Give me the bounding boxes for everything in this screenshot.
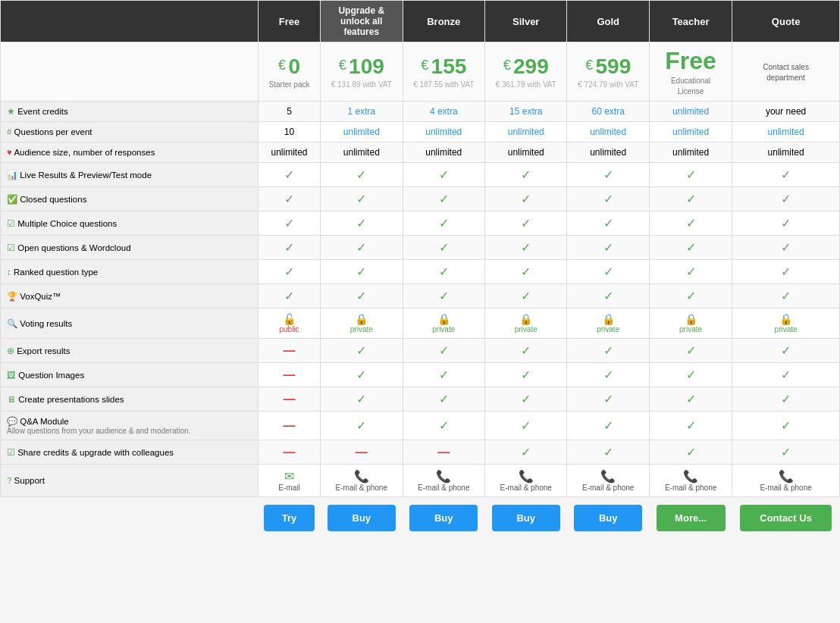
val-aud-gold: unlimited [567,142,649,163]
val-vr-silver: 🔒 private [485,308,567,339]
val-support-gold: 📞 E-mail & phone [567,465,649,497]
btn-cell-bronze: Buy [403,497,484,540]
price-silver: € 299 € 361.79 with VAT [485,42,567,102]
val-credits-upgrade: 1 extra [321,102,403,122]
val-lr-upgrade: ✓ [321,163,403,187]
col-header-upgrade: Upgrade &unlock allfeatures [321,1,403,42]
row-multiple-choice: ☑ Multiple Choice questions ✓ ✓ ✓ ✓ ✓ ✓ … [1,211,840,236]
col-header-teacher: Teacher [649,1,732,42]
val-aud-quote: unlimited [732,142,840,163]
btn-cell-upgrade: Buy [321,497,403,540]
feature-header [1,1,259,42]
val-support-silver: 📞 E-mail & phone [485,465,567,497]
price-feature-cell [1,42,259,102]
val-aud-teacher: unlimited [649,142,732,163]
val-qpe-teacher: unlimited [649,122,732,142]
feature-qa-module: 💬 Q&A Module Allow questions from your a… [1,412,259,440]
btn-cell-free: Try [259,497,321,540]
feature-open-questions: ☑ Open questions & Wordcloud [1,236,259,260]
val-qpe-bronze: unlimited [403,122,484,142]
feature-voxquiz: 🏆 VoxQuiz™ [1,284,259,308]
row-qa-module: 💬 Q&A Module Allow questions from your a… [1,412,840,440]
price-bronze: € 155 € 187.55 with VAT [403,42,484,102]
row-voting-results: 🔍 Voting results 🔓 public 🔒 private 🔒 pr… [1,308,840,339]
feature-closed-questions: ✅ Closed questions [1,187,259,211]
val-credits-gold: 60 extra [567,102,649,122]
col-header-quote: Quote [732,1,840,42]
pricing-table-container: Free Upgrade &unlock allfeatures Bronze … [0,0,840,539]
row-live-results: 📊 Live Results & Preview/Test mode ✓ ✓ ✓… [1,163,840,187]
price-teacher: Free EducationalLicense [649,42,732,102]
row-ranked-question: ↕ Ranked question type ✓ ✓ ✓ ✓ ✓ ✓ ✓ [1,260,840,284]
row-question-images: 🖼 Question Images — ✓ ✓ ✓ ✓ ✓ ✓ [1,363,840,387]
val-vr-gold: 🔒 private [567,308,649,339]
row-presentations: 🖥 Create presentations slides — ✓ ✓ ✓ ✓ … [1,387,840,412]
val-qpe-quote: unlimited [732,122,840,142]
row-event-credits: ★ Event credits 5 1 extra 4 extra 15 ext… [1,102,840,122]
row-closed-questions: ✅ Closed questions ✓ ✓ ✓ ✓ ✓ ✓ ✓ [1,187,840,211]
val-lr-gold: ✓ [567,163,649,187]
row-open-questions: ☑ Open questions & Wordcloud ✓ ✓ ✓ ✓ ✓ ✓… [1,236,840,260]
val-vr-bronze: 🔒 private [403,308,484,339]
val-aud-upgrade: unlimited [321,142,403,163]
price-gold: € 599 € 724.79 with VAT [567,42,649,102]
feature-support: ? Support [1,465,259,497]
val-credits-free: 5 [259,102,321,122]
val-credits-teacher: unlimited [649,102,732,122]
val-lr-bronze: ✓ [403,163,484,187]
more-button[interactable]: More... [657,505,726,531]
price-free: € 0 Starter pack [259,42,321,102]
feature-question-images: 🖼 Question Images [1,363,259,387]
feature-export-results: ⊕ Export results [1,339,259,363]
val-qpe-free: 10 [259,122,321,142]
col-header-free: Free [259,1,321,42]
row-support: ? Support ✉ E-mail 📞 E-mail & phone 📞 E-… [1,465,840,497]
try-button[interactable]: Try [264,505,315,531]
val-aud-bronze: unlimited [403,142,484,163]
row-questions-per-event: # Questions per event 10 unlimited unlim… [1,122,840,142]
col-header-silver: Silver [485,1,567,42]
val-support-teacher: 📞 E-mail & phone [649,465,732,497]
buy-button-upgrade[interactable]: Buy [328,505,396,531]
price-quote: Contact salesdepartment [732,42,840,102]
price-row: € 0 Starter pack € 109 € 131.89 with VAT… [1,42,840,102]
val-aud-free: unlimited [259,142,321,163]
val-qpe-upgrade: unlimited [321,122,403,142]
header-row: Free Upgrade &unlock allfeatures Bronze … [1,1,840,42]
val-credits-silver: 15 extra [485,102,567,122]
val-vr-quote: 🔒 private [732,308,840,339]
feature-multiple-choice: ☑ Multiple Choice questions [1,211,259,236]
feature-share-credits: ☑ Share credits & upgrade with colleague… [1,440,259,465]
val-lr-silver: ✓ [485,163,567,187]
btn-cell-teacher: More... [649,497,732,540]
buy-button-gold[interactable]: Buy [574,505,642,531]
val-support-upgrade: 📞 E-mail & phone [321,465,403,497]
val-support-quote: 📞 E-mail & phone [732,465,840,497]
val-vr-upgrade: 🔒 private [321,308,403,339]
col-header-gold: Gold [567,1,649,42]
val-lr-quote: ✓ [732,163,840,187]
btn-cell-gold: Buy [567,497,649,540]
contact-us-button[interactable]: Contact Us [740,505,831,531]
price-upgrade: € 109 € 131.89 with VAT [321,42,403,102]
val-credits-quote: your need [732,102,840,122]
feature-audience-size: ♥ Audience size, number of responses [1,142,259,163]
buy-button-bronze[interactable]: Buy [409,505,478,531]
feature-live-results: 📊 Live Results & Preview/Test mode [1,163,259,187]
btn-cell-quote: Contact Us [732,497,840,540]
feature-ranked-question: ↕ Ranked question type [1,260,259,284]
val-lr-teacher: ✓ [649,163,732,187]
button-row: Try Buy Buy Buy Buy More... Cont [1,497,840,540]
row-export-results: ⊕ Export results — ✓ ✓ ✓ ✓ ✓ ✓ [1,339,840,363]
val-credits-bronze: 4 extra [403,102,484,122]
val-qpe-silver: unlimited [485,122,567,142]
val-vr-teacher: 🔒 private [649,308,732,339]
feature-presentations: 🖥 Create presentations slides [1,387,259,412]
row-audience-size: ♥ Audience size, number of responses unl… [1,142,840,163]
feature-voting-results: 🔍 Voting results [1,308,259,339]
row-voxquiz: 🏆 VoxQuiz™ ✓ ✓ ✓ ✓ ✓ ✓ ✓ [1,284,840,308]
val-support-bronze: 📞 E-mail & phone [403,465,484,497]
row-share-credits: ☑ Share credits & upgrade with colleague… [1,440,840,465]
pricing-table: Free Upgrade &unlock allfeatures Bronze … [0,0,840,539]
buy-button-silver[interactable]: Buy [492,505,560,531]
